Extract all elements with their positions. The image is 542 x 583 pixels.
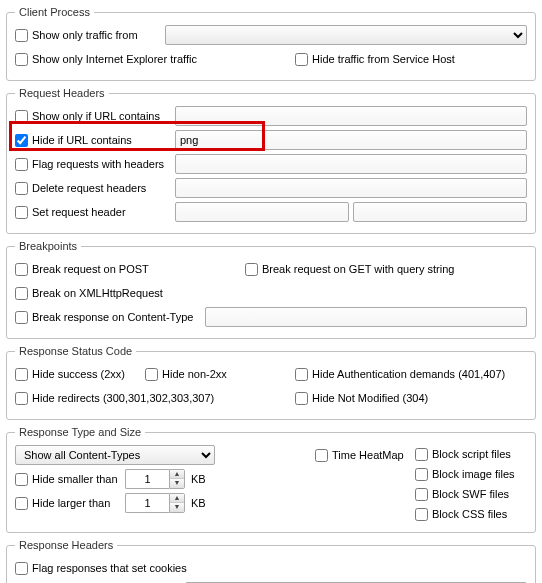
break-on-xhr-checkbox[interactable] [15,287,28,300]
status-code-legend: Response Status Code [15,345,136,357]
show-only-url-input[interactable] [175,106,527,126]
block-css-label: Block CSS files [432,508,507,520]
hide-if-url-checkbox[interactable] [15,134,28,147]
block-image-label: Block image files [432,468,515,480]
hide-if-url-label: Hide if URL contains [32,134,132,146]
hide-larger-input[interactable] [125,493,169,513]
set-request-header-name-input[interactable] [175,202,349,222]
client-process-legend: Client Process [15,6,94,18]
hide-not-modified-checkbox[interactable] [295,392,308,405]
hide-larger-label: Hide larger than [32,497,110,509]
hide-smaller-unit: KB [191,473,206,485]
spinner-down-icon[interactable]: ▼ [170,479,184,488]
break-on-get-query-checkbox[interactable] [245,263,258,276]
break-on-content-type-label: Break response on Content-Type [32,311,193,323]
show-only-traffic-from-checkbox[interactable] [15,29,28,42]
delete-request-headers-input[interactable] [175,178,527,198]
breakpoints-legend: Breakpoints [15,240,81,252]
break-on-post-checkbox[interactable] [15,263,28,276]
hide-larger-spinner[interactable]: ▲▼ [125,493,185,513]
type-size-legend: Response Type and Size [15,426,145,438]
block-image-checkbox[interactable] [415,468,428,481]
show-only-url-label: Show only if URL contains [32,110,160,122]
hide-redirects-label: Hide redirects (300,301,302,303,307) [32,392,214,404]
request-headers-legend: Request Headers [15,87,109,99]
show-only-traffic-from-label: Show only traffic from [32,29,138,41]
time-heatmap-checkbox[interactable] [315,449,328,462]
spinner-up-icon[interactable]: ▲ [170,494,184,503]
hide-non2xx-checkbox[interactable] [145,368,158,381]
break-on-content-type-input[interactable] [205,307,527,327]
hide-auth-label: Hide Authentication demands (401,407) [312,368,505,380]
show-only-ie-label: Show only Internet Explorer traffic [32,53,197,65]
hide-redirects-checkbox[interactable] [15,392,28,405]
break-on-xhr-label: Break on XMLHttpRequest [32,287,163,299]
break-on-content-type-checkbox[interactable] [15,311,28,324]
response-headers-group: Response Headers Flag responses that set… [6,539,536,583]
hide-smaller-checkbox[interactable] [15,473,28,486]
flag-requests-headers-input[interactable] [175,154,527,174]
hide-larger-checkbox[interactable] [15,497,28,510]
hide-smaller-label: Hide smaller than [32,473,118,485]
client-process-group: Client Process Show only traffic from Sh… [6,6,536,81]
hide-smaller-input[interactable] [125,469,169,489]
type-size-group: Response Type and Size Show all Content-… [6,426,536,533]
hide-success-label: Hide success (2xx) [32,368,125,380]
break-on-post-label: Break request on POST [32,263,149,275]
hide-not-modified-label: Hide Not Modified (304) [312,392,428,404]
block-script-label: Block script files [432,448,511,460]
hide-if-url-input[interactable] [175,130,527,150]
request-headers-group: Request Headers Show only if URL contain… [6,87,536,234]
hide-auth-checkbox[interactable] [295,368,308,381]
flag-requests-headers-label: Flag requests with headers [32,158,164,170]
block-css-checkbox[interactable] [415,508,428,521]
show-only-ie-checkbox[interactable] [15,53,28,66]
flag-cookies-label: Flag responses that set cookies [32,562,187,574]
process-combo[interactable] [165,25,527,45]
flag-cookies-checkbox[interactable] [15,562,28,575]
delete-request-headers-label: Delete request headers [32,182,146,194]
hide-non2xx-label: Hide non-2xx [162,368,227,380]
breakpoints-group: Breakpoints Break request on POST Break … [6,240,536,339]
time-heatmap-label: Time HeatMap [332,449,404,461]
status-code-group: Response Status Code Hide success (2xx) … [6,345,536,420]
hide-smaller-spinner[interactable]: ▲▼ [125,469,185,489]
block-swf-label: Block SWF files [432,488,509,500]
delete-request-headers-checkbox[interactable] [15,182,28,195]
hide-service-host-checkbox[interactable] [295,53,308,66]
set-request-header-value-input[interactable] [353,202,527,222]
hide-larger-unit: KB [191,497,206,509]
set-request-header-checkbox[interactable] [15,206,28,219]
hide-success-checkbox[interactable] [15,368,28,381]
flag-requests-headers-checkbox[interactable] [15,158,28,171]
content-types-combo[interactable]: Show all Content-Types [15,445,215,465]
spinner-down-icon[interactable]: ▼ [170,503,184,512]
hide-service-host-label: Hide traffic from Service Host [312,53,455,65]
block-script-checkbox[interactable] [415,448,428,461]
set-request-header-label: Set request header [32,206,126,218]
spinner-up-icon[interactable]: ▲ [170,470,184,479]
block-swf-checkbox[interactable] [415,488,428,501]
show-only-url-checkbox[interactable] [15,110,28,123]
response-headers-legend: Response Headers [15,539,117,551]
break-on-get-query-label: Break request on GET with query string [262,263,454,275]
